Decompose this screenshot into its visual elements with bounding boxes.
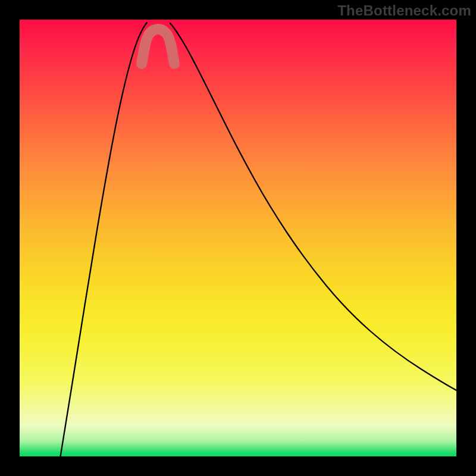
curves-svg [20, 20, 456, 456]
plot-area [20, 20, 456, 456]
valley-highlight [142, 29, 174, 64]
left-curve [57, 23, 147, 456]
watermark-text: TheBottleneck.com [337, 2, 471, 19]
chart-frame: TheBottleneck.com [0, 0, 476, 476]
right-curve [170, 23, 456, 398]
